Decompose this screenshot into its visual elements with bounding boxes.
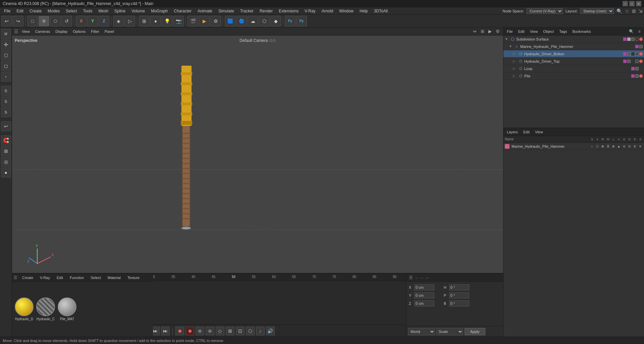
- layer-A-icon[interactable]: ▲: [616, 145, 621, 148]
- polygon-button[interactable]: ◈: [113, 16, 124, 26]
- z-axis-button[interactable]: Z: [99, 16, 109, 26]
- floor-button[interactable]: 🟦: [225, 16, 235, 26]
- menu-edit[interactable]: Edit: [14, 8, 26, 14]
- menu-3dtool[interactable]: 3DToAll: [371, 8, 390, 14]
- prop-input-p[interactable]: [449, 292, 469, 298]
- search-icon[interactable]: 🔍: [616, 8, 622, 14]
- viewport-menu-icon[interactable]: ☰: [14, 29, 18, 34]
- x-axis-button[interactable]: X: [76, 16, 87, 26]
- obj-row-driver-top[interactable]: ▷ ⬡ Hydraulic_Driver_Top: [503, 58, 644, 65]
- objmgr-menu-view[interactable]: View: [528, 29, 540, 34]
- layer-E-icon[interactable]: E: [633, 145, 637, 148]
- prop-input-y[interactable]: [414, 292, 434, 298]
- expand-pile[interactable]: ▷: [513, 74, 517, 78]
- sidebar-extra2-btn[interactable]: ●: [1, 167, 11, 178]
- vp-menu-options[interactable]: Options: [71, 29, 88, 34]
- selection-button[interactable]: □: [27, 16, 38, 26]
- mat-menu-texture[interactable]: Texture: [125, 275, 142, 280]
- sidebar-extra-btn[interactable]: ◎: [1, 157, 11, 167]
- redo-button[interactable]: ↪: [13, 16, 23, 26]
- menu-tracker[interactable]: Tracker: [237, 8, 256, 14]
- render-settings-button[interactable]: ⚙: [210, 16, 221, 26]
- expand-subdiv[interactable]: ▼: [505, 37, 509, 41]
- sound-button[interactable]: ♪: [256, 327, 265, 335]
- loop-button[interactable]: ⏭: [161, 327, 170, 335]
- sound2-button[interactable]: 🔊: [266, 327, 275, 335]
- material-pile-mat[interactable]: Pile_MAT: [58, 297, 76, 321]
- objmgr-menu-bookmarks[interactable]: Bookmarks: [570, 29, 593, 34]
- prop-input-z[interactable]: [414, 300, 434, 306]
- minimize-button[interactable]: ─: [623, 1, 628, 6]
- expand-loop[interactable]: ▷: [513, 67, 517, 71]
- refloor-button[interactable]: ⬡: [259, 16, 270, 26]
- model-button[interactable]: ▷: [124, 16, 135, 26]
- layers-menu-edit[interactable]: Edit: [521, 129, 532, 135]
- material-hydraulic-c[interactable]: Hydraulic_C: [36, 297, 55, 321]
- obj-row-pile[interactable]: ▷ ⬡ Pile: [503, 72, 644, 80]
- layout-select[interactable]: Startup (User): [580, 8, 614, 14]
- mat-menu-function[interactable]: Function: [68, 275, 86, 280]
- layer-V-icon[interactable]: ⬡: [595, 145, 600, 148]
- menu-volume[interactable]: Volume: [129, 8, 148, 14]
- star-icon[interactable]: ☆: [625, 8, 629, 14]
- python2-button[interactable]: Py: [296, 16, 307, 26]
- scale-button[interactable]: ⬡: [50, 16, 61, 26]
- menu-character[interactable]: Character: [171, 8, 194, 14]
- props-menu-icon[interactable]: ☰: [409, 275, 413, 280]
- prop-input-b[interactable]: [449, 300, 469, 306]
- sidebar-model-btn[interactable]: M: [1, 29, 11, 39]
- mat-menu-icon[interactable]: ☰: [13, 275, 17, 280]
- close-button[interactable]: ✕: [636, 1, 641, 6]
- objmgr-menu-tags[interactable]: Tags: [557, 29, 569, 34]
- layer-row-hammer[interactable]: Marine_Hydraulic_Pile_Hammer ○ ⬡ ⊞ ☰ ⊕ ▲…: [503, 143, 644, 150]
- expand-drv-bot[interactable]: ▷: [513, 52, 517, 56]
- light-button[interactable]: 💡: [162, 16, 172, 26]
- mat-menu-create[interactable]: Create: [20, 275, 35, 280]
- obj-row-loop[interactable]: ▷ ⬡ Loop: [503, 65, 644, 72]
- coord-system-select[interactable]: World Object: [408, 328, 435, 335]
- ik-button[interactable]: ⊞: [226, 327, 234, 335]
- layer-S-icon[interactable]: ○: [590, 145, 594, 148]
- cloud-button[interactable]: ☁: [248, 16, 258, 26]
- objmgr-menu-object[interactable]: Object: [541, 29, 556, 34]
- move-button[interactable]: ✛: [39, 16, 49, 26]
- layer-G-icon[interactable]: G: [622, 145, 627, 148]
- sidebar-hook-btn[interactable]: ↩: [1, 121, 11, 131]
- sidebar-edge-btn[interactable]: ◻: [1, 61, 11, 71]
- sidebar-poly-btn[interactable]: ⬡: [1, 50, 11, 60]
- menu-create[interactable]: Create: [27, 8, 44, 14]
- apply-button[interactable]: Apply: [465, 328, 485, 335]
- mat-menu-select[interactable]: Select: [89, 275, 103, 280]
- motion-button[interactable]: ⊕: [196, 327, 204, 335]
- render-view-button[interactable]: 🎬: [187, 16, 198, 26]
- menu-select[interactable]: Select: [63, 8, 79, 14]
- sidebar-s1-btn[interactable]: S: [1, 86, 11, 96]
- node-space-select[interactable]: Current (V-Ray): [527, 8, 563, 14]
- obj-mgr-sort-icon[interactable]: ≡: [636, 28, 643, 35]
- record-button[interactable]: ⏺: [175, 327, 184, 335]
- sphere-button[interactable]: ●: [150, 16, 161, 26]
- menu-extensions[interactable]: Extensions: [276, 8, 301, 14]
- anim-button[interactable]: ⊡: [236, 327, 245, 335]
- menu-vray[interactable]: V-Ray: [302, 8, 318, 14]
- expand-hammer[interactable]: ▼: [509, 45, 513, 49]
- mat-menu-material[interactable]: Material: [106, 275, 123, 280]
- grid-icon[interactable]: ⊞: [632, 8, 636, 14]
- menu-help[interactable]: Help: [357, 8, 371, 14]
- layer-M-icon[interactable]: ☰: [606, 145, 610, 148]
- menu-arnold[interactable]: Arnold: [319, 8, 336, 14]
- menu-window[interactable]: Window: [336, 8, 356, 14]
- vp-menu-filter[interactable]: Filter: [89, 29, 101, 34]
- mat-menu-edit[interactable]: Edit: [55, 275, 65, 280]
- prop-input-x[interactable]: [414, 284, 434, 290]
- menu-modes[interactable]: Modes: [45, 8, 62, 14]
- viewport-canvas[interactable]: X Y Z: [12, 36, 503, 280]
- key-button[interactable]: ◇: [216, 327, 224, 335]
- motion2-button[interactable]: ⊕: [206, 327, 214, 335]
- layer-R-icon[interactable]: ⊞: [600, 145, 605, 148]
- undo-button[interactable]: ↩: [1, 16, 12, 26]
- menu-file[interactable]: File: [1, 8, 13, 14]
- layer-X-icon[interactable]: ✕: [638, 145, 643, 148]
- layer-D-icon[interactable]: D: [627, 145, 632, 148]
- sidebar-s2-btn[interactable]: S: [1, 96, 11, 107]
